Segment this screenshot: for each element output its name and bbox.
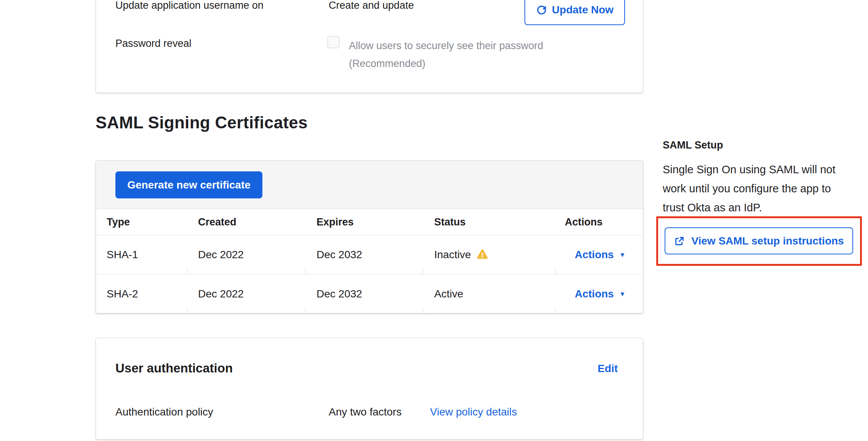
username-update-value: Create and update: [329, 0, 414, 12]
caret-down-icon: ▼: [619, 291, 626, 298]
view-policy-details-link[interactable]: View policy details: [430, 406, 517, 418]
table-row: SHA-1 Dec 2022 Dec 2032 Inactive Actions…: [96, 235, 643, 274]
column-header-status: Status: [434, 209, 466, 235]
column-divider: [423, 268, 423, 274]
authentication-policy-value: Any two factors: [329, 406, 401, 418]
cell-status: Active: [434, 274, 463, 313]
column-divider: [187, 308, 187, 313]
saml-setup-description: Single Sign On using SAML will not work …: [663, 160, 849, 217]
update-now-button[interactable]: Update Now: [524, 0, 625, 25]
view-saml-instructions-label: View SAML setup instructions: [691, 235, 844, 247]
username-update-label: Update application username on: [115, 0, 264, 12]
annotation-highlight-box: View SAML setup instructions: [656, 216, 862, 266]
page-title: SAML Signing Certificates: [96, 113, 308, 132]
cell-created: Dec 2022: [198, 274, 244, 313]
page: Update application username on Create an…: [0, 0, 868, 441]
column-divider: [555, 268, 556, 274]
certificates-card: Generate new certificate Type Created Ex…: [96, 160, 643, 313]
actions-label: Actions: [575, 249, 614, 261]
status-text: Active: [434, 288, 463, 300]
user-authentication-title: User authentication: [115, 361, 233, 375]
cell-type: SHA-2: [107, 274, 138, 313]
warning-icon: [476, 249, 489, 260]
provisioning-card: Update application username on Create an…: [96, 0, 643, 93]
password-reveal-checkbox-label: Allow users to securely see their passwo…: [349, 37, 577, 73]
external-link-icon: [674, 235, 685, 247]
generate-certificate-button[interactable]: Generate new certificate: [115, 171, 262, 198]
column-divider: [187, 268, 187, 274]
column-header-actions: Actions: [565, 209, 603, 235]
cell-expires: Dec 2032: [317, 274, 362, 313]
actions-dropdown[interactable]: Actions ▼: [575, 274, 626, 313]
update-now-label: Update Now: [552, 4, 614, 16]
table-header-row: Type Created Expires Status Actions: [96, 209, 643, 235]
actions-dropdown[interactable]: Actions ▼: [575, 235, 626, 274]
authentication-policy-label: Authentication policy: [115, 406, 213, 418]
password-reveal-label: Password reveal: [115, 37, 192, 50]
user-authentication-card: User authentication Edit Authentication …: [96, 338, 643, 439]
column-divider: [423, 308, 423, 313]
edit-link[interactable]: Edit: [598, 363, 618, 375]
password-reveal-checkbox[interactable]: [327, 36, 340, 48]
cell-status: Inactive: [434, 235, 489, 274]
column-header-type: Type: [107, 209, 130, 235]
column-divider: [305, 268, 305, 274]
status-text: Inactive: [434, 249, 471, 261]
cell-created: Dec 2022: [198, 235, 244, 274]
actions-label: Actions: [575, 288, 614, 300]
certificates-toolbar: Generate new certificate: [96, 161, 643, 209]
column-divider: [555, 308, 556, 313]
cell-type: SHA-1: [107, 235, 138, 274]
saml-setup-title: SAML Setup: [663, 139, 723, 151]
column-header-created: Created: [198, 209, 237, 235]
table-row: SHA-2 Dec 2022 Dec 2032 Active Actions ▼: [96, 274, 643, 313]
cell-expires: Dec 2032: [317, 235, 362, 274]
refresh-icon: [536, 4, 547, 16]
view-saml-instructions-button[interactable]: View SAML setup instructions: [665, 227, 853, 254]
column-header-expires: Expires: [317, 209, 354, 235]
caret-down-icon: ▼: [619, 251, 626, 259]
column-divider: [305, 308, 305, 313]
